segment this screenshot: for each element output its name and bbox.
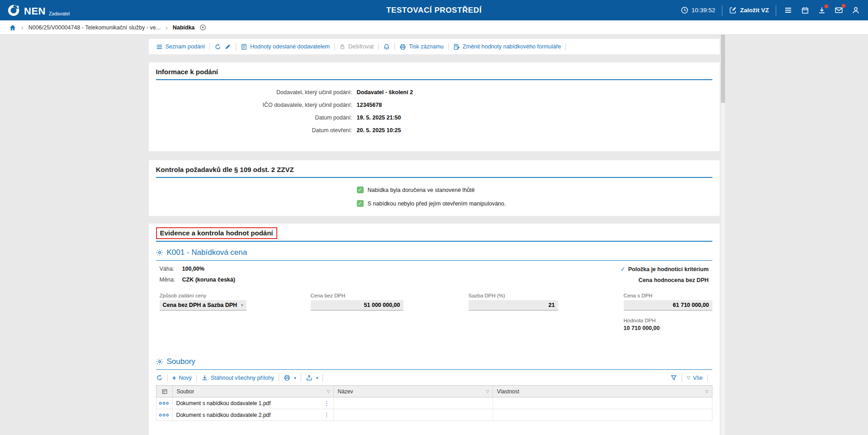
environment-title: TESTOVACÍ PROSTŘEDÍ <box>386 6 482 15</box>
column-label: Vlastnost <box>497 388 519 395</box>
field-label: Způsob zadání ceny <box>160 293 247 298</box>
file-name-cell[interactable]: Dokument s nabídkou dodavatele 1.pdf ⋮ <box>173 397 334 409</box>
field-label: Dodavatel, který učinil podání: <box>156 89 352 96</box>
stahnout-prilohy-button[interactable]: Stáhnout všechny přílohy <box>201 374 274 381</box>
vse-filter-button[interactable]: ▽ Vše <box>687 375 702 381</box>
k001-meta-right: ✓ Položka je hodnotící kritérium Cena ho… <box>621 266 709 287</box>
column-header-vlastnost[interactable]: Vlastnost ▽ <box>493 386 712 397</box>
downloads-button[interactable] <box>817 5 827 15</box>
profile-button[interactable] <box>851 5 861 15</box>
chevron-down-icon: ▾ <box>294 376 296 380</box>
field-label: Cena s DPH <box>624 293 712 298</box>
desifrovat-button[interactable]: Dešifrovat <box>339 43 374 50</box>
table-settings-cell[interactable] <box>157 386 173 397</box>
cena-bez-dph-field: Cena bez DPH 51 000 000,00 <box>311 293 403 311</box>
chevron-right-icon: › <box>21 24 24 31</box>
divider <box>448 43 449 50</box>
chevron-right-icon: › <box>166 24 168 31</box>
filter-funnel-button[interactable] <box>670 374 677 381</box>
files-refresh-button[interactable] <box>156 374 163 381</box>
filter-triangle-icon[interactable]: ▽ <box>486 389 489 394</box>
file-name: Dokument s nabídkou dodavatele 1.pdf <box>176 400 271 406</box>
field-value: 12345678 <box>357 102 382 108</box>
k001-meta: Váha: 100,00% Měna: CZK (koruna česká) ✓… <box>156 261 712 287</box>
seznam-podani-button[interactable]: Seznam podání <box>156 43 205 50</box>
row-cell: ooo <box>157 397 173 409</box>
breadcrumb: › N006/25/V00004748 - Telekomunikační sl… <box>0 20 868 35</box>
chevron-down-icon: ▾ <box>241 300 243 310</box>
edit-button[interactable] <box>225 43 231 50</box>
list-icon <box>156 43 163 50</box>
hodnocena-note: Cena hodnocena bez DPH <box>621 277 709 283</box>
section-title: Evidence a kontrola hodnot podání <box>160 229 273 237</box>
soubory-header: Soubory <box>156 351 712 370</box>
spacer <box>149 151 720 160</box>
notifications-button[interactable] <box>383 43 390 50</box>
check-item: ✓ Nabídka byla doručena ve stanovené lhů… <box>357 186 712 193</box>
home-button[interactable] <box>9 24 16 31</box>
row-menu-icon[interactable]: ooo <box>159 401 170 406</box>
zmenit-hodnoty-label: Změnit hodnoty nabídkového formuláře <box>463 43 561 50</box>
divider <box>279 374 279 382</box>
filter-triangle-icon[interactable]: ▽ <box>327 389 330 394</box>
kebab-menu-icon[interactable]: ⋮ <box>324 400 330 406</box>
file-row[interactable]: ooo Dokument s nabídkou dodavatele 1.pdf… <box>156 397 712 409</box>
scrollbar-thumb[interactable] <box>721 35 725 103</box>
row-menu-icon[interactable]: ooo <box>159 412 170 417</box>
cena-bez-dph-input[interactable]: 51 000 000,00 <box>311 300 403 311</box>
field-value: 20. 5. 2025 10:25 <box>357 127 401 134</box>
main-area: Seznam podání Hodnoty odeslané dodavatel… <box>0 35 868 435</box>
select-value: Cena bez DPH a Sazba DPH <box>163 300 237 310</box>
calendar-button[interactable] <box>800 5 810 15</box>
chevron-down-icon: ▾ <box>316 376 318 380</box>
zmenit-hodnoty-button[interactable]: Změnit hodnoty nabídkového formuláře <box>453 43 561 50</box>
column-header-nazev[interactable]: Název ▽ <box>334 386 493 397</box>
main-menu-button[interactable] <box>783 5 793 15</box>
divider <box>682 374 682 382</box>
filter-triangle-icon[interactable]: ▽ <box>706 389 709 394</box>
green-check-icon: ✓ <box>357 200 364 207</box>
mena-value: CZK (koruna česká) <box>182 277 235 283</box>
nen-logo[interactable]: NEN Zadavatel <box>7 4 70 17</box>
kebab-menu-icon[interactable]: ⋮ <box>324 411 330 418</box>
files-print-button[interactable]: ▾ <box>284 374 296 381</box>
vertical-scrollbar[interactable] <box>721 35 725 435</box>
close-tab-button[interactable] <box>199 24 206 31</box>
divider <box>378 43 379 50</box>
filter-triangle-icon: ▽ <box>687 375 690 380</box>
divider <box>565 43 566 50</box>
create-vz-button[interactable]: Založit VZ <box>729 6 769 14</box>
section-title-wrap: Evidence a kontrola hodnot podání <box>156 224 712 242</box>
section-title: Kontrola požadavků dle § 109 odst. 2 ZZV… <box>156 160 712 178</box>
field-value: 19. 5. 2025 21:50 <box>357 115 401 121</box>
funnel-icon <box>670 374 677 381</box>
zpusob-zadani-select[interactable]: Cena bez DPH a Sazba DPH ▾ <box>160 300 247 311</box>
breadcrumb-tab-nabidka[interactable]: Nabídka <box>173 24 195 31</box>
zpusob-zadani-field: Způsob zadání ceny Cena bez DPH a Sazba … <box>160 293 247 311</box>
files-table-header: Soubor ▽ Název ▽ Vlastnost ▽ <box>156 385 712 397</box>
brand-name: NEN <box>24 5 46 17</box>
hodnoty-odeslane-button[interactable]: Hodnoty odeslané dodavatelem <box>241 43 330 50</box>
k001-meta-left: Váha: 100,00% Měna: CZK (koruna česká) <box>160 266 235 287</box>
seznam-podani-label: Seznam podání <box>166 43 205 50</box>
check-icon: ✓ <box>621 266 626 272</box>
novy-button[interactable]: + Nový <box>172 374 192 382</box>
divider <box>707 374 708 382</box>
column-header-soubor[interactable]: Soubor ▽ <box>173 386 334 397</box>
refresh-button[interactable] <box>214 43 221 50</box>
divider <box>167 374 168 382</box>
file-name-cell[interactable]: Dokument s nabídkou dodavatele 2.pdf ⋮ <box>173 409 334 421</box>
messages-button[interactable] <box>834 5 844 15</box>
sazba-dph-input[interactable]: 21 <box>469 300 558 311</box>
file-row[interactable]: ooo Dokument s nabídkou dodavatele 2.pdf… <box>156 409 712 421</box>
refresh-icon <box>156 374 163 381</box>
divider <box>301 374 301 382</box>
green-check-icon: ✓ <box>357 186 364 193</box>
clock-icon <box>681 6 688 14</box>
download-icon <box>201 374 208 381</box>
tisk-zaznamu-button[interactable]: Tisk záznamu <box>399 43 444 50</box>
breadcrumb-contract[interactable]: N006/25/V00004748 - Telekomunikační služ… <box>28 24 161 31</box>
files-export-button[interactable]: ▾ <box>306 374 318 381</box>
field-label: IČO dodavatele, který učinil podání: <box>156 102 352 108</box>
cena-s-dph-input[interactable]: 61 710 000,00 <box>624 300 712 311</box>
